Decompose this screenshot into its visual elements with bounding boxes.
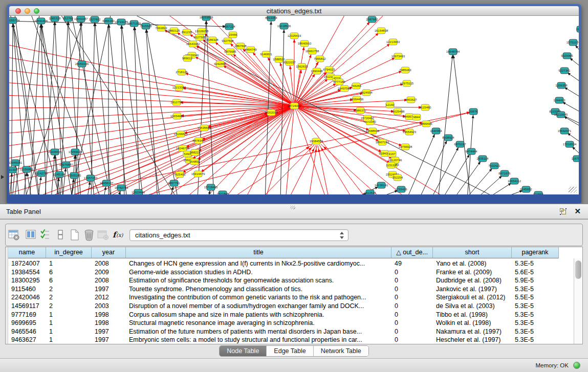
graph-node[interactable]: 1167533 [572, 156, 579, 162]
graph-node[interactable]: 1571848 [216, 191, 229, 194]
graph-node[interactable]: 7632621 [488, 163, 500, 169]
graph-node[interactable]: 891235 [182, 29, 192, 35]
graph-node[interactable]: 7625402 [173, 171, 186, 178]
table-row[interactable]: 946554611997Estimation of the future num… [8, 327, 559, 336]
graph-edge[interactable] [86, 112, 473, 190]
graph-node[interactable]: 9463627 [405, 97, 417, 103]
graph-node[interactable]: 9242848 [214, 61, 226, 67]
graph-node[interactable]: 16154838 [375, 28, 388, 34]
import-table-icon[interactable] [97, 229, 111, 241]
graph-node[interactable]: 1990448 [311, 68, 323, 74]
graph-node[interactable]: 17016504 [563, 141, 577, 147]
graph-node[interactable]: 6466160 [102, 18, 115, 24]
close-panel-icon[interactable]: ✕ [574, 207, 581, 215]
column-check-icon[interactable] [40, 229, 53, 241]
graph-node[interactable]: 8357224 [223, 24, 235, 30]
graph-node[interactable]: 9327508 [222, 38, 234, 44]
graph-node[interactable]: 2718126 [176, 69, 188, 75]
graph-node[interactable]: 17957253 [84, 175, 98, 181]
table-row[interactable]: 969969511998Structural magnetic resonanc… [8, 319, 559, 327]
table-mode-icon[interactable] [8, 229, 21, 241]
graph-node[interactable]: 7485063 [399, 67, 411, 73]
graph-node[interactable]: 14055724 [9, 17, 20, 24]
network-window-titlebar[interactable]: citations_edges.txt [9, 6, 579, 16]
graph-node[interactable]: 16497568 [338, 85, 352, 92]
graph-node[interactable]: 8938924 [442, 135, 454, 141]
graph-edge[interactable] [9, 82, 294, 106]
graph-node[interactable]: 15692971 [558, 128, 572, 134]
graph-node[interactable]: 1733426 [395, 186, 407, 192]
graph-node[interactable]: 16648784 [446, 49, 460, 55]
graph-node[interactable]: 2935114 [477, 156, 489, 162]
graph-node[interactable]: 1527602 [89, 16, 101, 23]
graph-node[interactable]: 9860125 [168, 28, 180, 34]
graph-node[interactable]: 924565 [533, 191, 544, 194]
graph-node[interactable]: 9245652 [520, 186, 532, 192]
graph-node[interactable]: 8454749 [245, 47, 257, 53]
graph-edge[interactable] [475, 173, 505, 194]
graph-edge[interactable] [438, 52, 453, 194]
column-header-name[interactable]: name [8, 247, 46, 258]
graph-node[interactable]: 12213383 [172, 84, 186, 91]
graph-node[interactable]: 16914479 [191, 171, 205, 177]
graph-node[interactable]: 1413614 [364, 190, 376, 194]
graph-node[interactable]: 2087682 [366, 16, 378, 23]
graph-edge[interactable] [406, 131, 436, 194]
table-row[interactable]: 1938455462009Genome-wide association stu… [8, 268, 559, 277]
graph-edge[interactable] [318, 145, 329, 194]
graph-node[interactable]: 14671355 [127, 20, 141, 27]
graph-node[interactable]: 391394 [9, 167, 18, 173]
graph-edge[interactable] [45, 18, 55, 194]
graph-edge[interactable] [294, 16, 388, 106]
graph-node[interactable]: 8813054 [265, 16, 277, 21]
graph-node[interactable]: 7515526 [140, 23, 152, 29]
graph-edge[interactable] [121, 22, 124, 194]
graph-node[interactable]: 10654985 [170, 113, 184, 119]
graph-node[interactable]: 8471676 [498, 170, 511, 177]
float-panel-icon[interactable] [560, 208, 567, 215]
network-graph[interactable]: 1872400776638229860125891235132260589127… [9, 16, 579, 194]
graph-node[interactable]: 11923448 [132, 189, 145, 194]
graph-node[interactable]: 9899695 [420, 121, 432, 127]
memory-status-icon[interactable] [573, 362, 580, 369]
column-header-short[interactable]: short [433, 247, 512, 258]
graph-edge[interactable] [95, 19, 112, 194]
graph-node[interactable]: 17359928 [69, 149, 82, 155]
graph-node[interactable]: 15166825 [174, 131, 188, 137]
graph-node[interactable]: 9777169 [333, 79, 345, 85]
graph-node[interactable]: 9127505 [193, 34, 206, 40]
graph-edge[interactable] [68, 18, 81, 194]
graph-node[interactable]: 15466 [229, 32, 237, 38]
graph-node[interactable]: 10025488 [391, 108, 405, 115]
table-row[interactable]: 1872400712008Changes of HCN gene express… [8, 259, 559, 268]
graph-node[interactable]: 115132 [386, 162, 396, 168]
graph-node[interactable]: 9857791 [168, 180, 180, 186]
trash-icon[interactable] [83, 229, 97, 241]
graph-node[interactable]: 746266 [351, 83, 362, 89]
table-row[interactable]: 1830029562008Estimation of significance … [8, 276, 559, 285]
graph-edge[interactable] [260, 145, 314, 194]
graph-node[interactable]: 19384554 [310, 138, 323, 144]
graph-node[interactable]: 9227341 [558, 68, 571, 74]
panel-collapse-arrow-icon[interactable] [1, 175, 4, 179]
graph-node[interactable]: 15718485 [204, 184, 218, 190]
graph-node[interactable]: 152760 [63, 16, 74, 21]
graph-node[interactable]: 12975115 [400, 80, 414, 86]
show-columns-icon[interactable] [26, 229, 39, 241]
graph-node[interactable]: 19654923 [403, 129, 417, 135]
graph-node[interactable]: 9115460 [420, 104, 432, 111]
graph-node[interactable]: 12160 [386, 102, 395, 108]
graph-node[interactable]: 9844 [412, 114, 421, 120]
graph-node[interactable]: 252254 [393, 174, 403, 181]
graph-node[interactable]: 1244413 [553, 97, 565, 103]
graph-node[interactable]: 9474444 [465, 148, 477, 155]
graph-edge[interactable] [25, 16, 86, 194]
graph-node[interactable]: 19218506 [277, 23, 291, 29]
graph-edge[interactable] [294, 56, 398, 106]
graph-node[interactable]: 16053809 [200, 16, 213, 20]
scrollbar-thumb[interactable] [575, 260, 581, 279]
graph-node[interactable]: 10653287 [74, 16, 88, 22]
table-selector-combobox[interactable]: citations_edges.txt [129, 229, 349, 241]
tab-node-table[interactable]: Node Table [220, 346, 267, 356]
function-icon[interactable]: f(x) [112, 229, 125, 241]
